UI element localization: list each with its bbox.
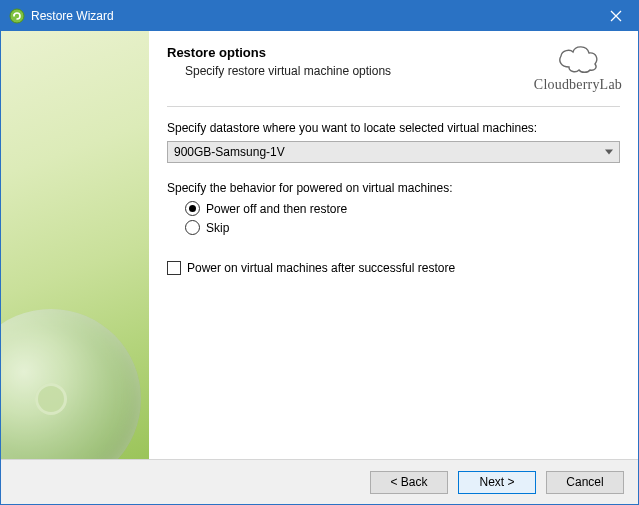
divider: [167, 106, 620, 107]
behavior-radio-group: Power off and then restore Skip: [185, 201, 620, 235]
power-on-after-row: Power on virtual machines after successf…: [167, 261, 620, 275]
disc-graphic-icon: [1, 309, 141, 459]
power-on-after-label: Power on virtual machines after successf…: [187, 261, 455, 275]
datastore-select[interactable]: [167, 141, 620, 163]
close-button[interactable]: [594, 1, 638, 31]
brand-logo: CloudberryLab: [534, 41, 622, 93]
datastore-label: Specify datastore where you want to loca…: [167, 121, 620, 135]
behavior-label: Specify the behavior for powered on virt…: [167, 181, 620, 195]
radio-skip-label: Skip: [206, 221, 229, 235]
close-icon: [610, 10, 622, 22]
next-button[interactable]: Next >: [458, 471, 536, 494]
wizard-footer: < Back Next > Cancel: [1, 459, 638, 504]
radio-row-power-off: Power off and then restore: [185, 201, 620, 216]
restore-wizard-window: Restore Wizard CloudberryLab Restore opt…: [0, 0, 639, 505]
radio-power-off[interactable]: [185, 201, 200, 216]
content-pane: CloudberryLab Restore options Specify re…: [149, 31, 638, 459]
back-button[interactable]: < Back: [370, 471, 448, 494]
window-title: Restore Wizard: [31, 9, 594, 23]
radio-skip[interactable]: [185, 220, 200, 235]
brand-name: CloudberryLab: [534, 77, 622, 93]
radio-row-skip: Skip: [185, 220, 620, 235]
app-icon: [9, 8, 25, 24]
wizard-body: CloudberryLab Restore options Specify re…: [1, 31, 638, 459]
svg-point-0: [10, 9, 24, 23]
titlebar: Restore Wizard: [1, 1, 638, 31]
cancel-button[interactable]: Cancel: [546, 471, 624, 494]
power-on-after-checkbox[interactable]: [167, 261, 181, 275]
cloud-icon: [554, 41, 602, 75]
radio-power-off-label: Power off and then restore: [206, 202, 347, 216]
datastore-select-wrap: [167, 141, 620, 163]
sidebar-graphic: [1, 31, 149, 459]
